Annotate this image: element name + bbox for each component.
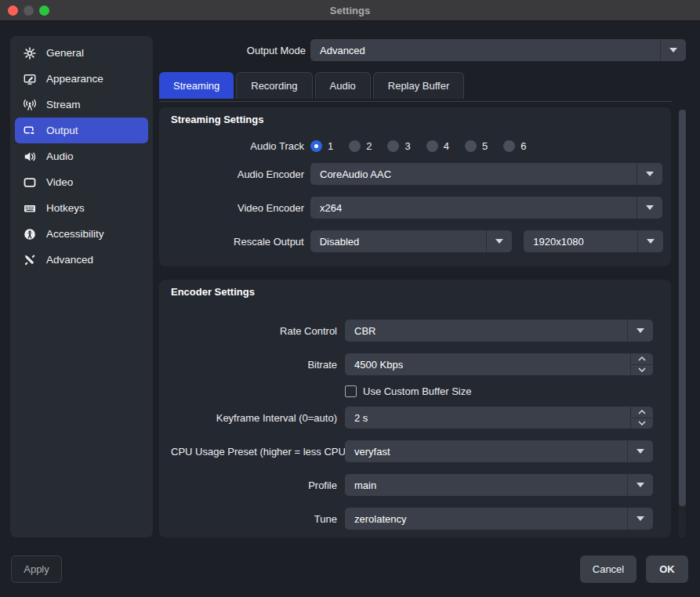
sidebar-item-stream[interactable]: Stream xyxy=(15,92,148,118)
rescale-resolution-value: 1920x1080 xyxy=(524,236,583,248)
rescale-output-row: Rescale Output Disabled 1920x1080 xyxy=(171,230,663,252)
audio-track-option-1[interactable]: 1 xyxy=(310,140,333,152)
chevron-down-icon[interactable] xyxy=(637,163,662,185)
bitrate-spinbox[interactable]: 4500 Kbps xyxy=(345,353,653,375)
audio-encoder-label: Audio Encoder xyxy=(171,168,304,180)
chevron-down-icon[interactable] xyxy=(486,230,512,252)
keyframe-interval-label: Keyframe Interval (0=auto) xyxy=(171,412,337,424)
keyframe-interval-spinbox[interactable]: 2 s xyxy=(345,407,653,429)
cpu-preset-value: veryfast xyxy=(345,446,390,458)
tab-replay-buffer[interactable]: Replay Buffer xyxy=(373,72,465,99)
sidebar-item-accessibility[interactable]: Accessibility xyxy=(15,221,148,247)
radio-label: 1 xyxy=(328,140,333,152)
chevron-down-icon[interactable] xyxy=(637,230,663,252)
radio-selected-icon[interactable] xyxy=(310,140,322,152)
profile-value: main xyxy=(345,479,376,491)
sidebar-item-output[interactable]: Output xyxy=(15,118,148,143)
sidebar-item-label: Audio xyxy=(46,150,74,162)
radio-label: 3 xyxy=(404,140,410,152)
apply-button[interactable]: Apply xyxy=(11,555,62,583)
custom-buffer-label: Use Custom Buffer Size xyxy=(363,385,471,397)
custom-buffer-row: Use Custom Buffer Size xyxy=(345,385,471,397)
sidebar-item-hotkeys[interactable]: Hotkeys xyxy=(15,195,148,221)
chevron-down-icon[interactable] xyxy=(627,508,653,530)
audio-track-option-4[interactable]: 4 xyxy=(426,140,449,152)
spin-up-icon[interactable] xyxy=(631,353,653,365)
chevron-down-icon[interactable] xyxy=(627,440,653,462)
sidebar-item-label: Video xyxy=(46,176,73,188)
tune-value: zerolatency xyxy=(345,513,406,525)
audio-track-option-5[interactable]: 5 xyxy=(465,140,488,152)
output-mode-value: Advanced xyxy=(310,45,365,56)
settings-sidebar: General Appearance Stream Output Audio V… xyxy=(10,36,153,537)
bitrate-row: Bitrate 4500 Kbps xyxy=(171,353,663,375)
radio-icon[interactable] xyxy=(503,140,515,152)
rescale-output-select[interactable]: Disabled xyxy=(310,230,513,252)
chevron-down-icon[interactable] xyxy=(637,197,662,219)
tune-row: Tune zerolatency xyxy=(171,508,663,530)
spin-down-icon[interactable] xyxy=(631,365,653,376)
sidebar-item-label: Hotkeys xyxy=(46,202,85,214)
sidebar-item-label: General xyxy=(46,47,84,59)
radio-icon[interactable] xyxy=(349,140,361,152)
streaming-settings-title: Streaming Settings xyxy=(171,114,263,125)
audio-track-option-2[interactable]: 2 xyxy=(349,140,372,152)
rate-control-label: Rate Control xyxy=(171,325,337,337)
screen-share-icon xyxy=(23,124,36,137)
ok-button[interactable]: OK xyxy=(646,555,688,583)
sidebar-item-advanced[interactable]: Advanced xyxy=(15,247,148,273)
chevron-down-icon[interactable] xyxy=(627,320,653,342)
tune-label: Tune xyxy=(171,513,337,525)
audio-track-label: Audio Track xyxy=(171,140,304,152)
tab-recording[interactable]: Recording xyxy=(236,72,312,99)
chevron-down-icon[interactable] xyxy=(627,474,653,496)
sidebar-item-audio[interactable]: Audio xyxy=(15,143,148,169)
sidebar-item-label: Advanced xyxy=(46,254,93,266)
accessibility-icon xyxy=(23,227,36,241)
output-mode-row: Output Mode Advanced xyxy=(159,39,686,61)
scrollbar-track[interactable] xyxy=(679,110,686,537)
radio-label: 5 xyxy=(482,140,488,152)
tune-select[interactable]: zerolatency xyxy=(345,508,653,530)
close-button[interactable] xyxy=(8,5,18,16)
output-tabs: Streaming Recording Audio Replay Buffer xyxy=(159,72,464,99)
audio-encoder-select[interactable]: CoreAudio AAC xyxy=(310,163,662,185)
output-mode-select[interactable]: Advanced xyxy=(310,39,686,61)
sidebar-item-video[interactable]: Video xyxy=(15,169,148,195)
antenna-icon xyxy=(23,98,36,111)
radio-icon[interactable] xyxy=(426,140,438,152)
scrollbar-thumb[interactable] xyxy=(679,110,686,506)
tab-audio[interactable]: Audio xyxy=(315,72,371,99)
window-title: Settings xyxy=(330,5,370,16)
sidebar-item-appearance[interactable]: Appearance xyxy=(15,66,148,92)
video-encoder-value: x264 xyxy=(310,202,342,214)
rate-control-select[interactable]: CBR xyxy=(345,320,653,342)
display-edit-icon xyxy=(23,72,36,85)
profile-label: Profile xyxy=(171,479,337,491)
sidebar-item-general[interactable]: General xyxy=(15,40,148,66)
keyframe-spin-buttons xyxy=(630,407,653,429)
sidebar-item-label: Appearance xyxy=(46,73,103,85)
audio-track-option-3[interactable]: 3 xyxy=(387,140,410,152)
spin-down-icon[interactable] xyxy=(631,418,653,429)
chevron-down-icon[interactable] xyxy=(660,39,686,61)
radio-label: 4 xyxy=(444,140,449,152)
titlebar: Settings xyxy=(0,0,700,21)
audio-track-option-6[interactable]: 6 xyxy=(503,140,526,152)
custom-buffer-checkbox[interactable] xyxy=(345,385,357,397)
tab-divider xyxy=(159,101,672,102)
cpu-preset-select[interactable]: veryfast xyxy=(345,440,653,462)
radio-icon[interactable] xyxy=(465,140,477,152)
cancel-button[interactable]: Cancel xyxy=(580,555,637,583)
rescale-resolution-select[interactable]: 1920x1080 xyxy=(524,230,663,252)
spin-up-icon[interactable] xyxy=(631,407,653,418)
tab-streaming[interactable]: Streaming xyxy=(159,72,234,99)
profile-select[interactable]: main xyxy=(345,474,653,496)
cpu-preset-row: CPU Usage Preset (higher = less CPU) ver… xyxy=(171,440,663,462)
audio-track-radio-group: 1 2 3 4 5 6 xyxy=(310,140,533,152)
radio-icon[interactable] xyxy=(387,140,399,152)
rate-control-row: Rate Control CBR xyxy=(171,320,663,342)
video-encoder-select[interactable]: x264 xyxy=(310,197,662,219)
streaming-settings-card: Streaming Settings Audio Track 1 2 3 4 5… xyxy=(159,107,671,266)
zoom-button[interactable] xyxy=(39,5,49,16)
